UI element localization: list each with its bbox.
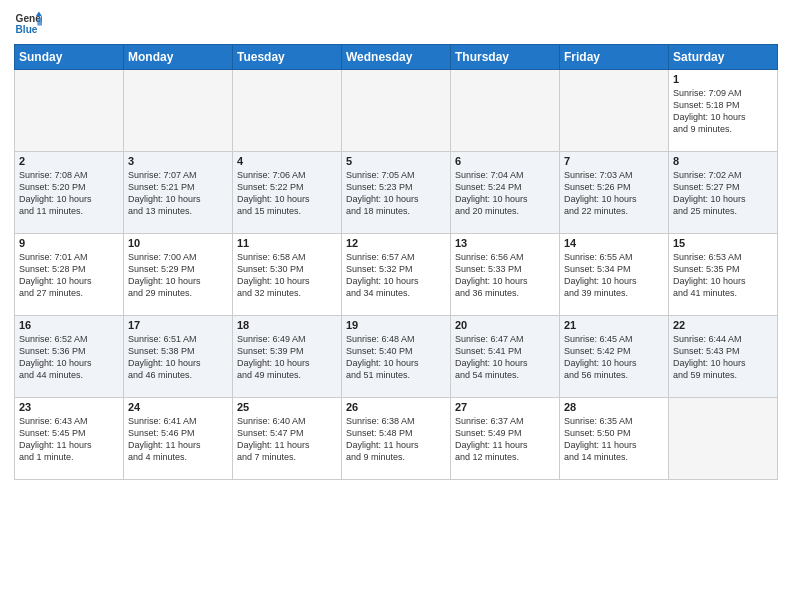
weekday-header-monday: Monday	[124, 45, 233, 70]
day-info: Sunrise: 7:04 AM Sunset: 5:24 PM Dayligh…	[455, 169, 555, 218]
day-info: Sunrise: 7:09 AM Sunset: 5:18 PM Dayligh…	[673, 87, 773, 136]
day-number: 1	[673, 73, 773, 85]
calendar-cell: 26Sunrise: 6:38 AM Sunset: 5:48 PM Dayli…	[342, 398, 451, 480]
day-info: Sunrise: 6:37 AM Sunset: 5:49 PM Dayligh…	[455, 415, 555, 464]
day-number: 27	[455, 401, 555, 413]
calendar-cell: 25Sunrise: 6:40 AM Sunset: 5:47 PM Dayli…	[233, 398, 342, 480]
day-info: Sunrise: 6:43 AM Sunset: 5:45 PM Dayligh…	[19, 415, 119, 464]
calendar-cell: 8Sunrise: 7:02 AM Sunset: 5:27 PM Daylig…	[669, 152, 778, 234]
day-info: Sunrise: 7:01 AM Sunset: 5:28 PM Dayligh…	[19, 251, 119, 300]
calendar-cell: 21Sunrise: 6:45 AM Sunset: 5:42 PM Dayli…	[560, 316, 669, 398]
calendar-cell: 5Sunrise: 7:05 AM Sunset: 5:23 PM Daylig…	[342, 152, 451, 234]
day-info: Sunrise: 6:55 AM Sunset: 5:34 PM Dayligh…	[564, 251, 664, 300]
weekday-header-saturday: Saturday	[669, 45, 778, 70]
page: General Blue SundayMondayTuesdayWednesda…	[0, 0, 792, 612]
calendar-cell	[15, 70, 124, 152]
day-number: 11	[237, 237, 337, 249]
week-row-1: 1Sunrise: 7:09 AM Sunset: 5:18 PM Daylig…	[15, 70, 778, 152]
weekday-header-sunday: Sunday	[15, 45, 124, 70]
day-info: Sunrise: 6:40 AM Sunset: 5:47 PM Dayligh…	[237, 415, 337, 464]
day-number: 8	[673, 155, 773, 167]
day-number: 25	[237, 401, 337, 413]
week-row-5: 23Sunrise: 6:43 AM Sunset: 5:45 PM Dayli…	[15, 398, 778, 480]
header: General Blue	[14, 10, 778, 38]
weekday-header-row: SundayMondayTuesdayWednesdayThursdayFrid…	[15, 45, 778, 70]
day-info: Sunrise: 7:06 AM Sunset: 5:22 PM Dayligh…	[237, 169, 337, 218]
calendar-cell: 3Sunrise: 7:07 AM Sunset: 5:21 PM Daylig…	[124, 152, 233, 234]
day-number: 4	[237, 155, 337, 167]
day-number: 3	[128, 155, 228, 167]
calendar-cell: 2Sunrise: 7:08 AM Sunset: 5:20 PM Daylig…	[15, 152, 124, 234]
calendar-cell: 28Sunrise: 6:35 AM Sunset: 5:50 PM Dayli…	[560, 398, 669, 480]
calendar-cell	[669, 398, 778, 480]
day-number: 10	[128, 237, 228, 249]
day-info: Sunrise: 7:08 AM Sunset: 5:20 PM Dayligh…	[19, 169, 119, 218]
day-info: Sunrise: 6:38 AM Sunset: 5:48 PM Dayligh…	[346, 415, 446, 464]
calendar-cell: 7Sunrise: 7:03 AM Sunset: 5:26 PM Daylig…	[560, 152, 669, 234]
day-number: 23	[19, 401, 119, 413]
day-info: Sunrise: 7:02 AM Sunset: 5:27 PM Dayligh…	[673, 169, 773, 218]
calendar-cell: 23Sunrise: 6:43 AM Sunset: 5:45 PM Dayli…	[15, 398, 124, 480]
calendar-cell: 24Sunrise: 6:41 AM Sunset: 5:46 PM Dayli…	[124, 398, 233, 480]
day-number: 21	[564, 319, 664, 331]
day-number: 14	[564, 237, 664, 249]
day-number: 22	[673, 319, 773, 331]
calendar-cell: 18Sunrise: 6:49 AM Sunset: 5:39 PM Dayli…	[233, 316, 342, 398]
day-info: Sunrise: 6:47 AM Sunset: 5:41 PM Dayligh…	[455, 333, 555, 382]
calendar-cell: 15Sunrise: 6:53 AM Sunset: 5:35 PM Dayli…	[669, 234, 778, 316]
day-number: 7	[564, 155, 664, 167]
calendar-cell: 6Sunrise: 7:04 AM Sunset: 5:24 PM Daylig…	[451, 152, 560, 234]
weekday-header-wednesday: Wednesday	[342, 45, 451, 70]
svg-marker-3	[37, 18, 42, 26]
calendar-cell: 17Sunrise: 6:51 AM Sunset: 5:38 PM Dayli…	[124, 316, 233, 398]
calendar-cell	[451, 70, 560, 152]
day-number: 9	[19, 237, 119, 249]
day-info: Sunrise: 6:53 AM Sunset: 5:35 PM Dayligh…	[673, 251, 773, 300]
day-info: Sunrise: 6:35 AM Sunset: 5:50 PM Dayligh…	[564, 415, 664, 464]
day-info: Sunrise: 6:58 AM Sunset: 5:30 PM Dayligh…	[237, 251, 337, 300]
week-row-3: 9Sunrise: 7:01 AM Sunset: 5:28 PM Daylig…	[15, 234, 778, 316]
day-number: 20	[455, 319, 555, 331]
calendar-cell: 11Sunrise: 6:58 AM Sunset: 5:30 PM Dayli…	[233, 234, 342, 316]
logo-icon: General Blue	[14, 10, 42, 38]
calendar-cell: 22Sunrise: 6:44 AM Sunset: 5:43 PM Dayli…	[669, 316, 778, 398]
calendar-cell: 4Sunrise: 7:06 AM Sunset: 5:22 PM Daylig…	[233, 152, 342, 234]
calendar-cell: 12Sunrise: 6:57 AM Sunset: 5:32 PM Dayli…	[342, 234, 451, 316]
calendar-cell: 27Sunrise: 6:37 AM Sunset: 5:49 PM Dayli…	[451, 398, 560, 480]
calendar-cell	[342, 70, 451, 152]
calendar-cell: 13Sunrise: 6:56 AM Sunset: 5:33 PM Dayli…	[451, 234, 560, 316]
day-info: Sunrise: 7:00 AM Sunset: 5:29 PM Dayligh…	[128, 251, 228, 300]
day-info: Sunrise: 6:44 AM Sunset: 5:43 PM Dayligh…	[673, 333, 773, 382]
day-number: 2	[19, 155, 119, 167]
calendar-cell: 1Sunrise: 7:09 AM Sunset: 5:18 PM Daylig…	[669, 70, 778, 152]
day-info: Sunrise: 6:51 AM Sunset: 5:38 PM Dayligh…	[128, 333, 228, 382]
calendar-cell: 14Sunrise: 6:55 AM Sunset: 5:34 PM Dayli…	[560, 234, 669, 316]
day-info: Sunrise: 6:52 AM Sunset: 5:36 PM Dayligh…	[19, 333, 119, 382]
day-info: Sunrise: 6:57 AM Sunset: 5:32 PM Dayligh…	[346, 251, 446, 300]
svg-text:Blue: Blue	[16, 24, 38, 35]
calendar-cell	[233, 70, 342, 152]
day-number: 6	[455, 155, 555, 167]
day-number: 28	[564, 401, 664, 413]
day-number: 16	[19, 319, 119, 331]
calendar-cell: 20Sunrise: 6:47 AM Sunset: 5:41 PM Dayli…	[451, 316, 560, 398]
calendar-cell: 10Sunrise: 7:00 AM Sunset: 5:29 PM Dayli…	[124, 234, 233, 316]
day-info: Sunrise: 6:45 AM Sunset: 5:42 PM Dayligh…	[564, 333, 664, 382]
day-number: 19	[346, 319, 446, 331]
day-number: 12	[346, 237, 446, 249]
day-number: 24	[128, 401, 228, 413]
calendar-cell: 19Sunrise: 6:48 AM Sunset: 5:40 PM Dayli…	[342, 316, 451, 398]
week-row-2: 2Sunrise: 7:08 AM Sunset: 5:20 PM Daylig…	[15, 152, 778, 234]
calendar-cell: 16Sunrise: 6:52 AM Sunset: 5:36 PM Dayli…	[15, 316, 124, 398]
weekday-header-thursday: Thursday	[451, 45, 560, 70]
day-info: Sunrise: 7:03 AM Sunset: 5:26 PM Dayligh…	[564, 169, 664, 218]
day-number: 5	[346, 155, 446, 167]
day-info: Sunrise: 6:48 AM Sunset: 5:40 PM Dayligh…	[346, 333, 446, 382]
day-info: Sunrise: 7:05 AM Sunset: 5:23 PM Dayligh…	[346, 169, 446, 218]
day-number: 17	[128, 319, 228, 331]
calendar-table: SundayMondayTuesdayWednesdayThursdayFrid…	[14, 44, 778, 480]
calendar-cell: 9Sunrise: 7:01 AM Sunset: 5:28 PM Daylig…	[15, 234, 124, 316]
day-number: 15	[673, 237, 773, 249]
day-number: 13	[455, 237, 555, 249]
logo: General Blue	[14, 10, 46, 38]
